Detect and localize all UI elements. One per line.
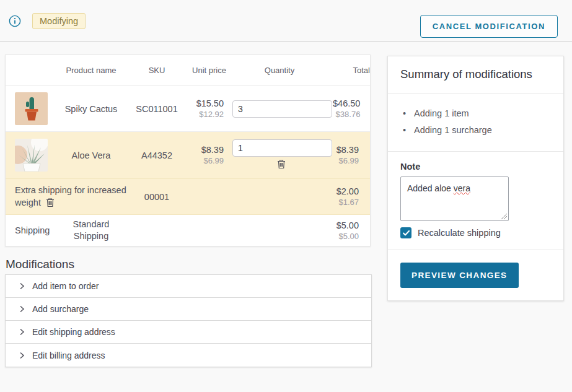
textarea-resize-handle[interactable] [501,214,507,219]
accordion-edit-shipping-address[interactable]: Edit shipping address [6,321,371,344]
accordion-add-surcharge[interactable]: Add surcharge [6,298,371,321]
row-total-secondary: $6.99 [333,156,359,165]
chevron-right-icon [19,328,25,336]
recalculate-shipping-label: Recalculate shipping [418,228,501,238]
surcharge-sku: 00001 [134,192,179,202]
column-header-sku: SKU [134,62,179,79]
accordion-add-item-to-order[interactable]: Add item to order [6,275,371,298]
accordion-item-label: Add surcharge [32,304,89,314]
row-total: $46.50 [333,98,360,108]
cancel-modification-button[interactable]: CANCEL MODIFICATION [420,15,558,38]
note-label: Note [400,162,551,172]
preview-changes-button[interactable]: PREVIEW CHANGES [400,263,519,288]
table-header-row: Product name SKU Unit price Quantity Tot… [6,55,370,86]
product-sku: SC011001 [134,104,179,114]
column-header-product-name: Product name [48,62,134,79]
modifications-heading: Modifications [6,258,74,271]
table-row-surcharge: Extra shipping for increased weight 0000… [6,179,370,215]
summary-title: Summary of modifications [400,66,551,84]
chevron-right-icon [19,352,25,359]
summary-bullet: Adding 1 surcharge [400,122,551,139]
summary-bullet: Adding 1 item [400,105,551,122]
unit-price-secondary: $6.99 [179,156,224,165]
column-header-unit-price: Unit price [192,62,226,79]
column-header-total: Total [333,62,370,79]
remove-surcharge-button[interactable] [46,198,55,209]
quantity-input-spiky-cactus[interactable] [232,100,332,118]
row-total: $8.39 [333,145,359,155]
table-row-shipping: Shipping Standard Shipping $5.00 $5.00 [6,215,370,246]
row-total-secondary: $38.76 [333,110,360,119]
order-items-table: Product name SKU Unit price Quantity Tot… [5,54,371,246]
remove-item-button[interactable] [277,159,286,171]
shipping-row-label: Shipping [6,225,48,235]
product-sku: A44352 [134,150,179,160]
accordion-item-label: Add item to order [32,281,99,291]
product-name: Aloe Vera [48,150,134,160]
summary-of-modifications-panel: Summary of modifications Adding 1 item A… [387,56,564,301]
table-row-spiky-cactus: Spiky Cactus SC011001 $15.50 $12.92 $46.… [6,86,370,132]
unit-price-secondary: $12.92 [179,110,224,119]
quantity-input-aloe-vera[interactable] [232,139,332,157]
row-total: $5.00 [333,220,359,230]
trash-icon [277,159,286,169]
accordion-item-label: Edit billing address [32,351,105,360]
note-textarea[interactable]: Added aloe vera [400,176,509,221]
table-row-aloe-vera: Aloe Vera A44352 $8.39 $6.99 $8.39 $6.99 [6,132,370,179]
trash-icon [46,198,55,207]
row-total-secondary: $1.67 [333,198,359,207]
unit-price: $8.39 [179,145,224,155]
summary-bullet-list: Adding 1 item Adding 1 surcharge [400,104,551,141]
checkbox-checked-icon[interactable] [400,227,411,238]
surcharge-label: Extra shipping for increased weight [15,185,126,207]
product-name: Spiky Cactus [48,104,134,114]
modifications-accordion: Add item to order Add surcharge Edit shi… [5,274,372,367]
unit-price: $15.50 [179,98,224,108]
modification-status-bar: Modifying CANCEL MODIFICATION [0,0,572,42]
spiky-cactus-photo [15,92,48,125]
recalculate-shipping-checkbox-row[interactable]: Recalculate shipping [400,227,551,238]
note-text-misspelled: vera [454,183,470,193]
accordion-edit-billing-address[interactable]: Edit billing address [6,344,371,367]
note-text: Added aloe [407,183,454,193]
info-icon[interactable] [9,15,21,27]
aloe-vera-photo [15,139,48,172]
status-badge: Modifying [32,13,86,29]
row-total-secondary: $5.00 [333,232,359,241]
row-total: $2.00 [333,186,359,196]
chevron-right-icon [19,282,25,290]
chevron-right-icon [19,305,25,313]
column-header-quantity: Quantity [226,62,333,79]
shipping-method: Standard Shipping [57,219,125,242]
accordion-item-label: Edit shipping address [32,327,115,337]
